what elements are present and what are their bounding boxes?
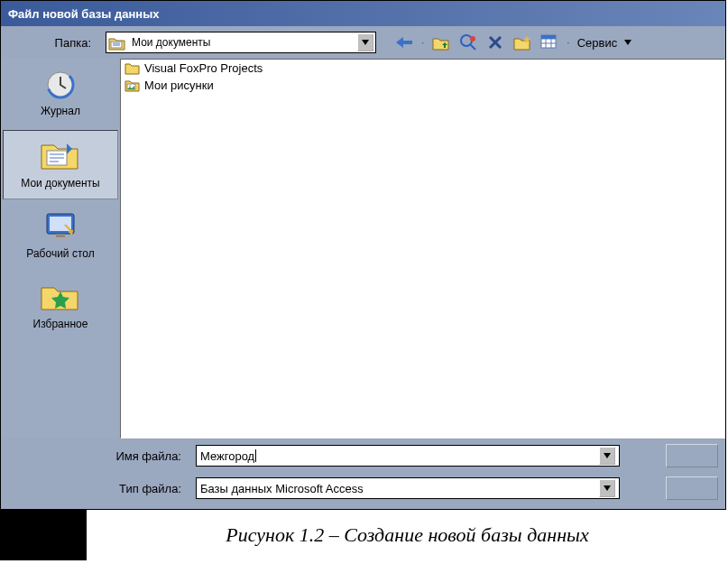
folder-select[interactable]: Мои документы — [106, 32, 376, 53]
filename-label: Имя файла: — [8, 449, 189, 463]
cancel-button[interactable] — [666, 476, 718, 500]
nav-toolbar-icons: · — [394, 32, 631, 52]
separator: · — [567, 36, 569, 49]
create-button[interactable] — [666, 444, 718, 467]
place-label: Журнал — [41, 106, 80, 117]
folder-up-icon — [432, 34, 450, 51]
filetype-value: Базы данных Microsoft Access — [200, 482, 364, 495]
place-my-documents[interactable]: Мои документы — [3, 130, 118, 199]
folder-toolbar: Папка: Мои документы · — [1, 26, 725, 59]
place-desktop[interactable]: Рабочий стол — [3, 203, 118, 269]
list-item[interactable]: Visual FoxPro Projects — [121, 60, 724, 77]
back-button[interactable] — [394, 32, 414, 52]
file-name: Мои рисунки — [144, 79, 214, 92]
file-name: Visual FoxPro Projects — [144, 61, 263, 75]
folder-label: Папка: — [8, 36, 98, 50]
place-label: Избранное — [33, 319, 88, 330]
filetype-dropdown-button[interactable] — [599, 479, 615, 497]
chevron-down-icon — [604, 485, 611, 491]
filename-value: Межгород — [200, 449, 254, 463]
views-button[interactable] — [539, 32, 559, 52]
svg-rect-11 — [56, 234, 65, 237]
new-folder-button[interactable] — [512, 32, 532, 52]
separator: · — [421, 36, 424, 49]
document-folder-icon — [40, 138, 81, 172]
file-list-pane[interactable]: Visual FoxPro Projects Мои рисунки — [120, 59, 725, 439]
desktop-icon — [41, 210, 79, 243]
svg-point-14 — [129, 85, 131, 87]
filename-row: Имя файла: Межгород — [8, 444, 718, 467]
place-label: Рабочий стол — [26, 248, 94, 260]
svg-point-1 — [461, 35, 472, 46]
chevron-down-icon — [362, 40, 369, 45]
new-db-file-dialog: Файл новой базы данных Папка: Мои докуме… — [0, 0, 726, 510]
list-item[interactable]: Мои рисунки — [121, 77, 724, 94]
filename-dropdown-button[interactable] — [599, 447, 615, 465]
history-icon — [42, 69, 78, 100]
up-level-button[interactable] — [431, 32, 451, 52]
filetype-label: Тип файла: — [8, 482, 189, 495]
back-arrow-icon — [396, 37, 412, 48]
magnifier-globe-icon — [459, 33, 477, 51]
delete-button[interactable] — [485, 32, 505, 52]
caption-black-block — [0, 510, 87, 560]
chevron-down-icon — [624, 40, 631, 45]
filename-input[interactable]: Межгород — [196, 445, 620, 467]
picture-folder-icon — [124, 79, 141, 92]
main-area: Журнал Мои документы — [1, 59, 725, 439]
folder-dropdown-button[interactable] — [357, 33, 373, 51]
chevron-down-icon — [604, 453, 611, 458]
place-history[interactable]: Журнал — [3, 62, 118, 126]
figure-caption-row: Рисунок 1.2 – Создание новой базы данных — [0, 510, 728, 560]
figure-caption: Рисунок 1.2 – Создание новой базы данных — [87, 523, 728, 547]
filetype-row: Тип файла: Базы данных Microsoft Access — [8, 476, 718, 500]
place-label: Мои документы — [21, 178, 99, 190]
places-bar: Журнал Мои документы — [1, 59, 120, 439]
filetype-select[interactable]: Базы данных Microsoft Access — [196, 477, 620, 499]
svg-rect-12 — [52, 237, 69, 240]
service-menu[interactable]: Сервис — [577, 36, 618, 50]
document-folder-icon — [108, 34, 126, 51]
bottom-fields: Имя файла: Межгород Тип файла: Базы данн… — [1, 439, 725, 509]
views-icon — [540, 34, 558, 51]
current-folder-name: Мои документы — [132, 36, 210, 49]
favorites-folder-icon — [40, 281, 81, 313]
new-folder-icon — [513, 34, 531, 51]
svg-point-2 — [470, 36, 475, 42]
text-caret — [255, 449, 256, 462]
window-title: Файл новой базы данных — [8, 7, 159, 21]
folder-icon — [124, 61, 141, 75]
delete-x-icon — [489, 36, 502, 49]
place-favorites[interactable]: Избранное — [3, 273, 118, 339]
svg-rect-5 — [541, 35, 556, 39]
titlebar[interactable]: Файл новой базы данных — [1, 1, 725, 26]
search-web-button[interactable] — [458, 32, 478, 52]
